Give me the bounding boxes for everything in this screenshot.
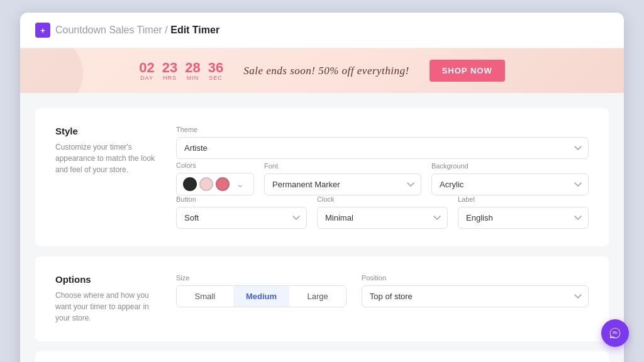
options-controls: Size Small Medium Large Position Top of …	[176, 274, 589, 324]
label-col: Label English French Spanish German	[458, 195, 589, 229]
options-card: Options Choose where and how you want yo…	[35, 256, 609, 341]
size-col: Size Small Medium Large	[176, 274, 347, 307]
hours-label: HRS	[162, 75, 177, 81]
colors-font-bg-row: Colors ⌄ Font Permanent Marker	[176, 162, 589, 195]
background-select[interactable]: Acrylic Glass Matte Glossy	[431, 173, 589, 195]
button-col: Button Soft Sharp Rounded Outlined	[176, 195, 307, 229]
size-large-button[interactable]: Large	[289, 286, 346, 307]
days-number: 02	[139, 61, 154, 75]
minutes-number: 28	[185, 61, 200, 75]
color-dot-1[interactable]	[183, 177, 197, 191]
size-medium-button[interactable]: Medium	[233, 286, 290, 307]
font-label: Font	[264, 162, 421, 170]
size-label: Size	[176, 274, 347, 282]
color-dot-2[interactable]	[199, 177, 213, 191]
colors-col: Colors ⌄	[176, 162, 254, 195]
theme-label: Theme	[176, 126, 589, 133]
background-col: Background Acrylic Glass Matte Glossy	[431, 162, 589, 195]
style-heading: Style	[55, 126, 156, 136]
position-select[interactable]: Top of store Bottom of store Inline	[362, 285, 589, 307]
theme-select[interactable]: Artiste Classic Modern Minimal	[176, 137, 589, 159]
clock-select[interactable]: Minimal Classic Digital Analog	[317, 207, 448, 229]
style-subtitle: Customize your timer's appearance to mat…	[55, 141, 156, 175]
timer-digits: 02 DAY 23 HRS 28 MIN 36 SEC	[139, 61, 223, 81]
clock-label: Clock	[317, 195, 448, 203]
hours-number: 23	[162, 61, 177, 75]
app-icon: +	[35, 23, 50, 38]
minutes-unit: 28 MIN	[185, 61, 200, 81]
options-subtitle: Choose where and how you want your timer…	[55, 290, 156, 324]
days-label: DAY	[139, 75, 154, 81]
button-label-field: Button	[176, 195, 307, 203]
options-layout: Options Choose where and how you want yo…	[55, 274, 589, 324]
color-add-button[interactable]: ⌄	[233, 177, 247, 191]
chat-icon	[609, 327, 621, 339]
content-area: Style Customize your timer's appearance …	[20, 93, 624, 362]
font-col: Font Permanent Marker Arial Georgia Robo…	[264, 162, 421, 195]
breadcrumb-separator: /	[165, 25, 170, 35]
chat-bubble-button[interactable]	[601, 319, 629, 347]
page-title: Edit Timer	[170, 25, 219, 35]
app-window: + Countdown Sales Timer / Edit Timer 02 …	[20, 13, 624, 362]
button-clock-label-row: Button Soft Sharp Rounded Outlined Clock	[176, 195, 589, 229]
button-select[interactable]: Soft Sharp Rounded Outlined	[176, 207, 307, 229]
size-button-group: Small Medium Large	[176, 285, 347, 307]
colors-group: ⌄	[176, 173, 254, 195]
style-description: Style Customize your timer's appearance …	[55, 126, 156, 229]
hours-unit: 23 HRS	[162, 61, 177, 81]
app-name: Countdown Sales Timer	[55, 25, 162, 35]
options-description: Options Choose where and how you want yo…	[55, 274, 156, 324]
style-controls: Theme Artiste Classic Modern Minimal Col…	[176, 126, 589, 229]
custom-css-card: Custom CSS ? Enable CSS to add your own …	[35, 351, 609, 362]
label-select[interactable]: English French Spanish German	[458, 207, 589, 229]
shop-now-button[interactable]: Shop Now	[430, 60, 505, 82]
position-col: Position Top of store Bottom of store In…	[362, 274, 589, 307]
clock-col: Clock Minimal Classic Digital Analog	[317, 195, 448, 229]
colors-label: Colors	[176, 162, 254, 169]
size-small-button[interactable]: Small	[177, 286, 233, 307]
breadcrumb: Countdown Sales Timer / Edit Timer	[55, 25, 219, 36]
style-layout: Style Customize your timer's appearance …	[55, 126, 589, 229]
seconds-label: SEC	[208, 75, 223, 81]
options-heading: Options	[55, 274, 156, 285]
position-label: Position	[362, 274, 589, 282]
minutes-label: MIN	[185, 75, 200, 81]
days-unit: 02 DAY	[139, 61, 154, 81]
theme-row: Theme Artiste Classic Modern Minimal	[176, 126, 589, 159]
style-card: Style Customize your timer's appearance …	[35, 108, 609, 246]
banner-message: Sale ends soon! 50% off everything!	[243, 65, 409, 77]
font-select[interactable]: Permanent Marker Arial Georgia Roboto	[264, 173, 421, 195]
seconds-unit: 36 SEC	[208, 61, 223, 81]
seconds-number: 36	[208, 61, 223, 75]
header-bar: + Countdown Sales Timer / Edit Timer	[20, 13, 624, 48]
label-label: Label	[458, 195, 589, 203]
size-position-row: Size Small Medium Large Position Top of …	[176, 274, 589, 307]
background-label: Background	[431, 162, 589, 170]
color-dot-3[interactable]	[216, 177, 230, 191]
timer-preview-banner: 02 DAY 23 HRS 28 MIN 36 SEC Sale ends so…	[20, 48, 624, 93]
